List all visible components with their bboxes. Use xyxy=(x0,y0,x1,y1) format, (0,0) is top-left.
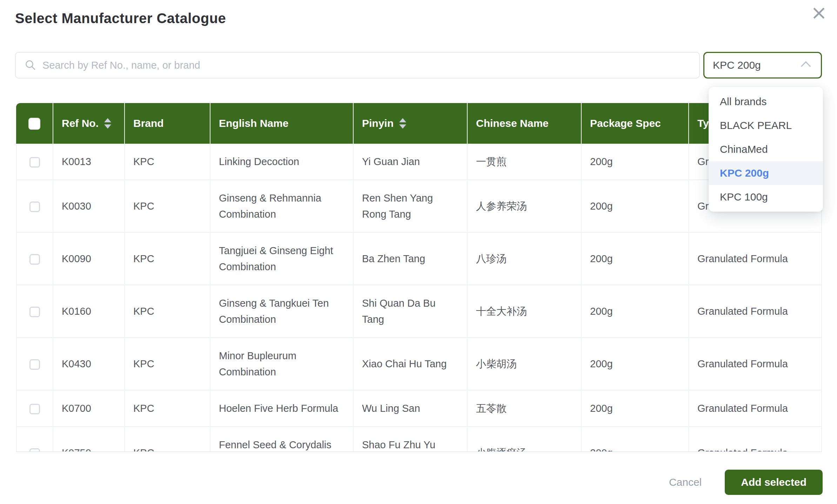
table-row: K0430KPCMinor Bupleurum CombinationXiao … xyxy=(16,338,822,390)
cell-ref-no: K0013 xyxy=(53,144,125,180)
brand-option-chinamed[interactable]: ChinaMed xyxy=(709,137,823,161)
cell-package-spec: 200g xyxy=(582,144,689,180)
cell-brand: KPC xyxy=(125,180,210,233)
cell-chinese-name: 五苓散 xyxy=(468,390,582,427)
table-header-row: Ref No.BrandEnglish NamePinyinChinese Na… xyxy=(16,103,822,144)
cell-type: Granulated Formula xyxy=(689,233,822,285)
table-row: K0030KPCGinseng & Rehmannia CombinationR… xyxy=(16,180,822,233)
cell-brand: KPC xyxy=(125,338,210,390)
column-header-brand: Brand xyxy=(125,103,210,144)
column-header-package-spec: Package Spec xyxy=(582,103,689,144)
cell-brand: KPC xyxy=(125,390,210,427)
table-header: Ref No.BrandEnglish NamePinyinChinese Na… xyxy=(16,103,822,144)
column-label: Chinese Name xyxy=(476,117,549,129)
cell-pinyin: Xiao Chai Hu Tang xyxy=(354,338,468,390)
cell-type: Granulated Formula xyxy=(689,427,822,452)
select-all-checkbox[interactable] xyxy=(28,118,40,130)
cell-brand: KPC xyxy=(125,144,210,180)
cancel-button[interactable]: Cancel xyxy=(669,476,702,488)
cell-chinese-name: 小柴胡汤 xyxy=(468,338,582,390)
column-header-chinese-name: Chinese Name xyxy=(468,103,582,144)
cell-package-spec: 200g xyxy=(582,390,689,427)
search-box xyxy=(15,52,700,79)
cell-ref-no: K0090 xyxy=(53,233,125,285)
table-row: K0090KPCTangjuei & Ginseng Eight Combina… xyxy=(16,233,822,285)
cell-pinyin: Wu Ling San xyxy=(354,390,468,427)
row-select-cell xyxy=(16,180,53,233)
cell-type: Granulated Formula xyxy=(689,390,822,427)
cell-pinyin: Shao Fu Zhu Yu Tang xyxy=(354,427,468,452)
cell-chinese-name: 一贯煎 xyxy=(468,144,582,180)
cell-english-name: Hoelen Five Herb Formula xyxy=(210,390,354,427)
cell-type: Granulated Formula xyxy=(689,338,822,390)
cell-english-name: Fennel Seed & Corydalis Combination xyxy=(210,427,354,452)
catalogue-table-body: K0013KPCLinking DecoctionYi Guan Jian一贯煎… xyxy=(16,144,822,452)
column-header-pinyin[interactable]: Pinyin xyxy=(354,103,468,144)
row-select-cell xyxy=(16,338,53,390)
close-icon[interactable]: × xyxy=(811,3,827,22)
cell-pinyin: Ren Shen Yang Rong Tang xyxy=(354,180,468,233)
cell-english-name: Tangjuei & Ginseng Eight Combination xyxy=(210,233,354,285)
search-input[interactable] xyxy=(36,53,699,78)
brand-filter-menu: All brandsBLACK PEARLChinaMedKPC 200gKPC… xyxy=(709,87,823,212)
cell-package-spec: 200g xyxy=(582,180,689,233)
cell-package-spec: 200g xyxy=(582,338,689,390)
column-label: Pinyin xyxy=(362,117,394,129)
cell-brand: KPC xyxy=(125,233,210,285)
brand-option-kpc-200g[interactable]: KPC 200g xyxy=(709,161,823,185)
column-header-ref-no[interactable]: Ref No. xyxy=(53,103,125,144)
cell-chinese-name: 八珍汤 xyxy=(468,233,582,285)
table-row: K0160KPCGinseng & Tangkuei Ten Combinati… xyxy=(16,285,822,338)
sort-icon[interactable] xyxy=(399,118,406,129)
row-select-cell xyxy=(16,144,53,180)
column-label: English Name xyxy=(219,117,288,129)
cell-ref-no: K0750 xyxy=(53,427,125,452)
row-checkbox[interactable] xyxy=(29,202,40,212)
cell-package-spec: 200g xyxy=(582,427,689,452)
table-row: K0750KPCFennel Seed & Corydalis Combinat… xyxy=(16,427,822,452)
cell-ref-no: K0430 xyxy=(53,338,125,390)
cell-ref-no: K0030 xyxy=(53,180,125,233)
cell-english-name: Ginseng & Tangkuei Ten Combination xyxy=(210,285,354,338)
add-selected-button[interactable]: Add selected xyxy=(725,470,823,495)
column-header-english-name: English Name xyxy=(210,103,354,144)
column-label: Brand xyxy=(133,117,164,129)
sort-icon[interactable] xyxy=(104,118,111,129)
catalogue-table: Ref No.BrandEnglish NamePinyinChinese Na… xyxy=(16,103,822,452)
row-select-cell xyxy=(16,285,53,338)
brand-option-kpc-100g[interactable]: KPC 100g xyxy=(709,185,823,209)
row-checkbox[interactable] xyxy=(29,157,40,168)
row-checkbox[interactable] xyxy=(29,404,40,414)
row-checkbox[interactable] xyxy=(29,254,40,265)
column-header-select-all xyxy=(16,103,53,144)
page-title: Select Manufacturer Catalogue xyxy=(15,11,226,26)
row-checkbox[interactable] xyxy=(29,359,40,370)
table-row: K0013KPCLinking DecoctionYi Guan Jian一贯煎… xyxy=(16,144,822,180)
cell-brand: KPC xyxy=(125,427,210,452)
row-select-cell xyxy=(16,390,53,427)
cell-pinyin: Ba Zhen Tang xyxy=(354,233,468,285)
cell-english-name: Linking Decoction xyxy=(210,144,354,180)
row-select-cell xyxy=(16,233,53,285)
column-label: Ref No. xyxy=(62,117,99,129)
table-row: K0700KPCHoelen Five Herb FormulaWu Ling … xyxy=(16,390,822,427)
cell-chinese-name: 人参养荣汤 xyxy=(468,180,582,233)
dialog-footer: Cancel Add selected xyxy=(669,470,823,495)
column-label: Package Spec xyxy=(590,117,661,129)
cell-english-name: Minor Bupleurum Combination xyxy=(210,338,354,390)
brand-option-all-brands[interactable]: All brands xyxy=(709,90,823,114)
cell-package-spec: 200g xyxy=(582,285,689,338)
search-icon xyxy=(25,60,36,71)
cell-pinyin: Shi Quan Da Bu Tang xyxy=(354,285,468,338)
brand-filter-select[interactable]: KPC 200g xyxy=(703,52,822,79)
cell-ref-no: K0160 xyxy=(53,285,125,338)
cell-chinese-name: 十全大补汤 xyxy=(468,285,582,338)
cell-chinese-name: 少腹逐瘀汤 xyxy=(468,427,582,452)
row-checkbox[interactable] xyxy=(29,307,40,317)
brand-option-black-pearl[interactable]: BLACK PEARL xyxy=(709,114,823,137)
cell-pinyin: Yi Guan Jian xyxy=(354,144,468,180)
cell-type: Granulated Formula xyxy=(689,285,822,338)
row-checkbox[interactable] xyxy=(29,448,40,452)
brand-filter-value: KPC 200g xyxy=(704,59,803,71)
cell-package-spec: 200g xyxy=(582,233,689,285)
